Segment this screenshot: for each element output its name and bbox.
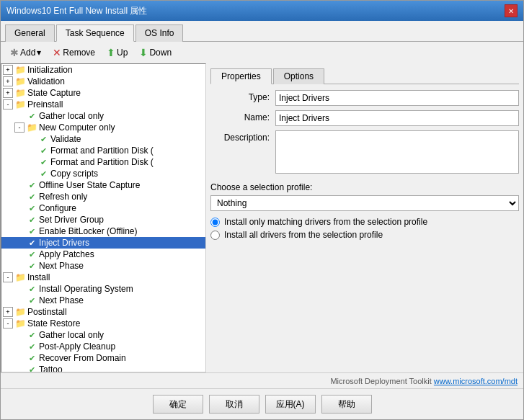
tree-item-install[interactable]: -📁Install [1, 272, 205, 283]
label-inject-drivers: Inject Drivers [39, 238, 89, 248]
add-button[interactable]: ✱ Add ▾ [5, 45, 46, 61]
tree-item-set-driver-group[interactable]: ✔Set Driver Group [1, 214, 205, 225]
content-area: ✱ Add ▾ ✕ Remove ⬆ Up ⬇ Down +📁Initializ… [1, 42, 523, 388]
label-validation: Validation [27, 76, 65, 86]
expand-btn-validation[interactable]: + [3, 76, 13, 86]
tree-item-new-computer-only[interactable]: -📁New Computer only [1, 122, 205, 133]
tree-item-postinstall[interactable]: +📁Postinstall [1, 306, 205, 318]
tree-panel[interactable]: +📁Initialization+📁Validation+📁State Capt… [1, 63, 206, 372]
type-label: Type: [210, 90, 275, 102]
status-bar: Microsoft Deployment Toolkit www.microso… [1, 372, 523, 388]
props-tab-bar: Properties Options [210, 68, 519, 84]
radio-all-row: Install all drivers from the selection p… [210, 230, 519, 240]
window-title: Windows10 Ent Full New Install 属性 [6, 5, 147, 17]
tree-item-validation[interactable]: +📁Validation [1, 76, 205, 87]
up-label: Up [117, 48, 128, 58]
down-icon: ⬇ [139, 47, 148, 58]
tree-item-recover-domain[interactable]: ✔Recover From Domain [1, 352, 205, 364]
selection-profile-select[interactable]: Nothing [210, 195, 519, 211]
tree-item-gather-local-2[interactable]: ✔Gather local only [1, 329, 205, 341]
icon-format-partition-1: ✔ [37, 146, 49, 156]
tree-item-format-partition-2[interactable]: ✔Format and Partition Disk ( [1, 156, 205, 168]
icon-install-os: ✔ [26, 284, 37, 294]
tree-item-next-phase-install[interactable]: ✔Next Phase [1, 295, 205, 306]
cancel-button[interactable]: 取消 [209, 395, 259, 414]
tree-item-post-apply-cleanup[interactable]: ✔Post-Apply Cleanup [1, 341, 205, 352]
radio-matching-label: Install only matching drivers from the s… [224, 217, 427, 227]
label-state-restore: State Restore [27, 318, 80, 329]
label-validate: Validate [50, 134, 81, 144]
title-bar: Windows10 Ent Full New Install 属性 ✕ [1, 1, 523, 21]
description-label: Description: [210, 130, 275, 143]
tree-item-apply-patches[interactable]: ✔Apply Patches [1, 249, 205, 260]
expand-btn-initialization[interactable]: + [3, 65, 13, 75]
label-apply-patches: Apply Patches [39, 249, 94, 259]
icon-state-capture: 📁 [14, 88, 26, 98]
label-next-phase-install: Next Phase [39, 295, 84, 305]
confirm-button[interactable]: 确定 [153, 395, 203, 414]
tree-item-state-restore[interactable]: -📁State Restore [1, 318, 205, 329]
label-postinstall: Postinstall [27, 307, 67, 317]
remove-button[interactable]: ✕ Remove [48, 45, 100, 61]
remove-icon: ✕ [53, 47, 61, 58]
expand-btn-state-capture[interactable]: + [3, 88, 13, 98]
icon-state-restore: 📁 [14, 318, 26, 329]
close-button[interactable]: ✕ [505, 4, 518, 17]
tree-item-gather-local[interactable]: ✔Gather local only [1, 110, 205, 122]
tab-general[interactable]: General [5, 24, 55, 42]
name-row: Name: [210, 110, 519, 126]
help-button[interactable]: 帮助 [321, 395, 372, 414]
tab-os-info[interactable]: OS Info [136, 24, 184, 42]
label-refresh-only: Refresh only [39, 192, 87, 202]
label-enable-bitlocker: Enable BitLocker (Offline) [39, 226, 138, 236]
label-copy-scripts: Copy scripts [50, 169, 98, 179]
tree-item-enable-bitlocker[interactable]: ✔Enable BitLocker (Offline) [1, 225, 205, 237]
type-input[interactable] [275, 90, 519, 106]
tree-item-offline-user[interactable]: ✔Offline User State Capture [1, 179, 205, 191]
expand-btn-new-computer-only[interactable]: - [14, 122, 25, 133]
status-link[interactable]: www.microsoft.com/mdt [434, 377, 518, 385]
icon-refresh-only: ✔ [26, 192, 37, 202]
tree-item-initialization[interactable]: +📁Initialization [1, 64, 205, 76]
type-row: Type: [210, 90, 519, 106]
tree-item-next-phase-preinstall[interactable]: ✔Next Phase [1, 260, 205, 272]
tree-item-refresh-only[interactable]: ✔Refresh only [1, 191, 205, 202]
up-icon: ⬆ [107, 47, 115, 58]
icon-initialization: 📁 [14, 65, 26, 75]
expand-btn-postinstall[interactable]: + [3, 307, 13, 317]
icon-next-phase-preinstall: ✔ [26, 261, 37, 271]
tree-item-preinstall[interactable]: -📁Preinstall [1, 99, 205, 110]
expand-btn-install[interactable]: - [3, 272, 13, 282]
main-window: Windows10 Ent Full New Install 属性 ✕ Gene… [0, 0, 524, 420]
icon-post-apply-cleanup: ✔ [26, 341, 37, 352]
down-button[interactable]: ⬇ Down [134, 45, 177, 61]
label-install: Install [27, 272, 50, 282]
icon-postinstall: 📁 [14, 307, 26, 317]
name-input[interactable] [275, 110, 519, 126]
radio-matching[interactable] [210, 218, 220, 227]
expand-btn-preinstall[interactable]: - [3, 99, 13, 110]
tree-item-install-os[interactable]: ✔Install Operating System [1, 283, 205, 295]
right-panel: Properties Options Type: Name: Descripti… [206, 63, 523, 372]
tab-properties[interactable]: Properties [210, 68, 272, 84]
label-state-capture: State Capture [27, 88, 81, 98]
label-install-os: Install Operating System [39, 284, 133, 294]
icon-apply-patches: ✔ [26, 249, 37, 259]
tree-item-validate[interactable]: ✔Validate [1, 133, 205, 145]
tab-options[interactable]: Options [273, 68, 324, 84]
label-offline-user: Offline User State Capture [39, 180, 141, 190]
radio-all[interactable] [210, 231, 220, 240]
tree-item-state-capture[interactable]: +📁State Capture [1, 87, 205, 99]
tree-item-configure[interactable]: ✔Configure [1, 202, 205, 214]
apply-button[interactable]: 应用(A) [265, 395, 316, 414]
up-button[interactable]: ⬆ Up [102, 45, 133, 61]
expand-btn-state-restore[interactable]: - [3, 318, 13, 329]
icon-gather-local: ✔ [26, 111, 37, 121]
tree-item-format-partition-1[interactable]: ✔Format and Partition Disk ( [1, 145, 205, 156]
tab-task-sequence[interactable]: Task Sequence [56, 24, 134, 42]
icon-validation: 📁 [14, 76, 26, 86]
tree-item-inject-drivers[interactable]: ✔Inject Drivers [1, 237, 205, 249]
tree-item-tattoo[interactable]: ✔Tattoo [1, 364, 205, 372]
description-textarea[interactable] [275, 130, 519, 174]
tree-item-copy-scripts[interactable]: ✔Copy scripts [1, 168, 205, 179]
